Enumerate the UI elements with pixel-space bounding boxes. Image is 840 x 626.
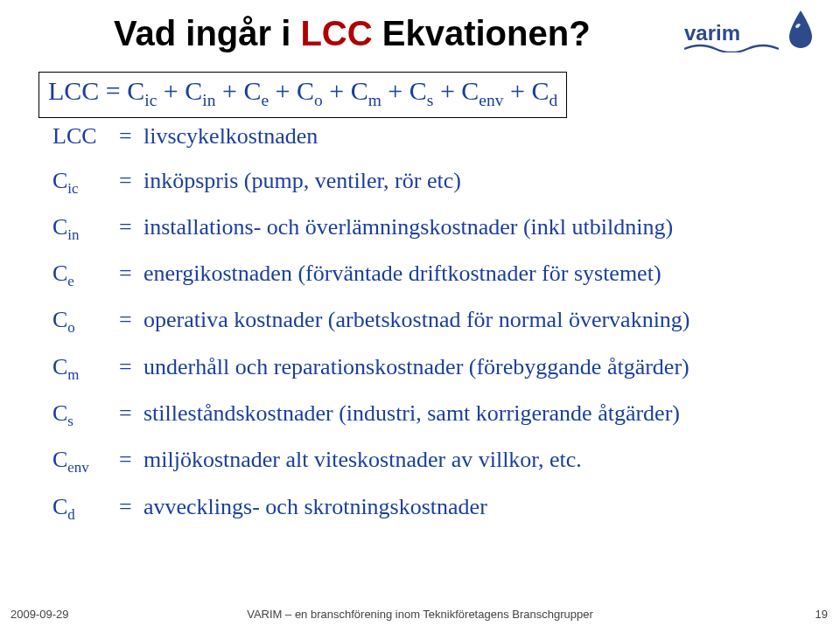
equals-sign: = [119, 493, 144, 522]
varim-logo: varim [684, 9, 816, 54]
definition-symbol: Cs [52, 400, 119, 430]
wave-icon [684, 44, 779, 52]
equals-sign: = [119, 167, 144, 196]
definition-text: installations- och överlämningskostnader… [144, 213, 798, 242]
definition-symbol: Cin [52, 213, 119, 244]
definition-row: Co=operativa kostnader (arbetskostnad fö… [52, 306, 798, 337]
definition-symbol: LCC [52, 122, 119, 151]
definition-text: underhåll och reparationskostnader (före… [144, 353, 798, 382]
equals-sign: = [119, 446, 144, 475]
definition-row: Cenv=miljökostnader alt viteskostnader a… [52, 446, 798, 476]
equals-sign: = [119, 260, 144, 289]
footer-date: 2009-09-29 [10, 608, 69, 621]
definition-row: Cm=underhåll och reparationskostnader (f… [52, 353, 798, 384]
definition-text: miljökostnader alt viteskostnader av vil… [144, 446, 798, 475]
slide: varim Vad ingår i LCC Ekvationen? LCC = … [0, 0, 840, 626]
definition-row: LCC=livscykelkostnaden [52, 122, 798, 151]
definition-symbol: Cm [52, 353, 119, 384]
equals-sign: = [119, 353, 144, 382]
water-drop-icon [786, 9, 816, 49]
equals-sign: = [119, 213, 144, 242]
definition-text: operativa kostnader (arbetskostnad för n… [144, 306, 798, 335]
definition-text: inköpspris (pump, ventiler, rör etc) [144, 167, 798, 196]
equation-box: LCC = Cic + Cin + Ce + Co + Cm + Cs + Ce… [38, 72, 567, 118]
footer: 2009-09-29 VARIM – en branschförening in… [0, 602, 840, 626]
definition-row: Ce=energikostnaden (förväntade driftkost… [52, 260, 798, 290]
slide-title: Vad ingår i LCC Ekvationen? [114, 14, 591, 53]
definition-symbol: Cd [52, 493, 119, 524]
footer-center: VARIM – en branschförening inom Teknikfö… [0, 608, 840, 621]
equals-sign: = [119, 400, 144, 428]
footer-page: 19 [816, 608, 828, 621]
definition-symbol: Cic [52, 167, 119, 198]
definition-text: avvecklings- och skrotningskostnader [144, 493, 798, 522]
definition-text: livscykelkostnaden [144, 122, 798, 151]
definitions-list: LCC=livscykelkostnadenCic=inköpspris (pu… [52, 122, 798, 539]
title-part3: Ekvationen? [373, 14, 591, 52]
title-part2: LCC [300, 14, 372, 52]
definition-row: Cin=installations- och överlämningskostn… [52, 213, 798, 244]
definition-symbol: Ce [52, 260, 119, 290]
definition-row: Cic=inköpspris (pump, ventiler, rör etc) [52, 167, 798, 198]
equals-sign: = [119, 306, 144, 335]
definition-row: Cs=stilleståndskostnader (industri, samt… [52, 400, 798, 430]
definition-symbol: Cenv [52, 446, 119, 476]
definition-text: stilleståndskostnader (industri, samt ko… [144, 400, 798, 428]
equation-text: LCC = Cic + Cin + Ce + Co + Cm + Cs + Ce… [48, 76, 557, 105]
definition-symbol: Co [52, 306, 119, 337]
equals-sign: = [119, 122, 144, 151]
definition-row: Cd=avvecklings- och skrotningskostnader [52, 493, 798, 524]
title-part1: Vad ingår i [114, 14, 300, 52]
definition-text: energikostnaden (förväntade driftkostnad… [144, 260, 798, 289]
logo-text: varim [684, 21, 740, 45]
